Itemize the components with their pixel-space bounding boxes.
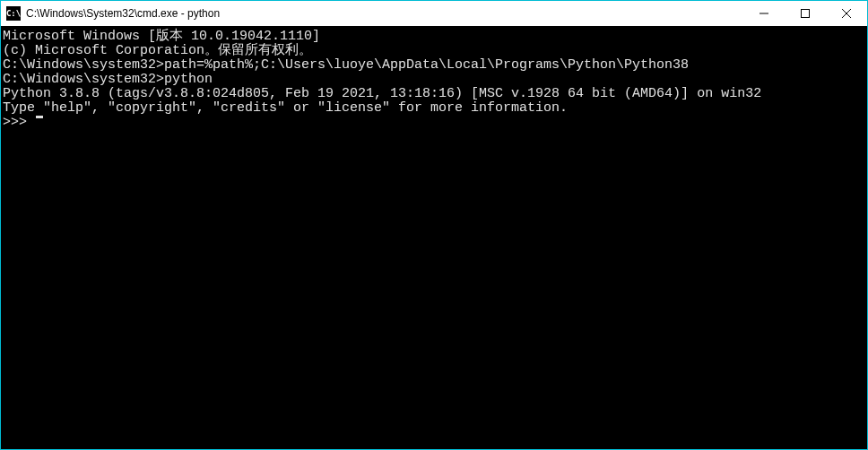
window-controls <box>743 1 867 26</box>
close-icon <box>842 9 851 18</box>
minimize-icon <box>760 9 768 18</box>
terminal-output-line: C:\Windows\system32>path=%path%;C:\Users… <box>3 58 865 73</box>
cursor <box>36 116 43 118</box>
terminal-output-line: Type "help", "copyright", "credits" or "… <box>3 101 865 116</box>
cmd-icon: C:\ <box>6 6 21 21</box>
maximize-icon <box>801 9 810 18</box>
maximize-button[interactable] <box>785 1 826 26</box>
terminal-output-line: Python 3.8.8 (tags/v3.8.8:024d805, Feb 1… <box>3 87 865 101</box>
minimize-button[interactable] <box>743 1 785 26</box>
titlebar[interactable]: C:\ C:\Windows\System32\cmd.exe - python <box>1 1 867 26</box>
window-title: C:\Windows\System32\cmd.exe - python <box>26 7 743 20</box>
python-prompt: >>> <box>3 116 35 130</box>
close-button[interactable] <box>826 1 867 26</box>
cmd-window: C:\ C:\Windows\System32\cmd.exe - python… <box>0 0 868 450</box>
terminal-output-line: C:\Windows\system32>python <box>3 73 865 87</box>
terminal-output-line: Microsoft Windows [版本 10.0.19042.1110] <box>3 30 865 44</box>
terminal-output-line: (c) Microsoft Corporation。保留所有权利。 <box>3 44 865 58</box>
svg-rect-1 <box>802 10 810 18</box>
terminal-prompt-line: >>> <box>3 116 865 130</box>
terminal-area[interactable]: Microsoft Windows [版本 10.0.19042.1110] (… <box>1 26 867 449</box>
